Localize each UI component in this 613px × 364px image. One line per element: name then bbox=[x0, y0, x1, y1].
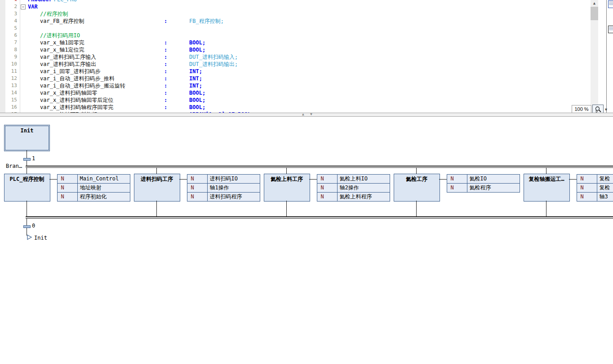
sfc-step-name: 复检轴搬运工… bbox=[520, 175, 573, 183]
line-number: 15 bbox=[0, 96, 17, 104]
sfc-action-block[interactable]: N氦检上料ION轴2操作N氦检上料程序 bbox=[317, 174, 390, 202]
connection-line bbox=[27, 201, 27, 216]
branch-double-line-top bbox=[26, 167, 613, 168]
sfc-action-row[interactable]: N轴3 bbox=[577, 192, 613, 201]
scroll-up-icon[interactable]: ▲ bbox=[591, 0, 598, 7]
sfc-action-row[interactable]: N轴1操作 bbox=[187, 183, 260, 192]
sfc-action-block[interactable]: N氦检ION氦检程序 bbox=[447, 174, 520, 193]
line-number: 13 bbox=[0, 82, 17, 89]
action-connector-line bbox=[49, 179, 57, 180]
sfc-action-qualifier: N bbox=[187, 193, 208, 201]
action-connector-line bbox=[309, 179, 317, 180]
sfc-action-qualifier: N bbox=[58, 193, 78, 201]
sfc-action-qualifier: N bbox=[58, 184, 78, 192]
sfc-action-name: 轴2操作 bbox=[338, 184, 390, 192]
sfc-action-row[interactable]: N复检 bbox=[577, 175, 613, 183]
sfc-transition[interactable] bbox=[23, 158, 31, 161]
editor-zoom-control: 100 % ▾ bbox=[572, 105, 607, 113]
sfc-action-qualifier: N bbox=[317, 193, 338, 201]
sfc-transition-name: 0 bbox=[32, 223, 35, 229]
code-line: 3//程序控制 bbox=[0, 10, 589, 18]
jump-arrow-icon bbox=[27, 234, 32, 240]
sfc-action-row[interactable]: N地址映射 bbox=[58, 183, 130, 192]
sfc-action-name: Main_Control bbox=[78, 175, 130, 183]
document-icon[interactable] bbox=[608, 26, 613, 33]
line-number: 1 bbox=[0, 0, 17, 3]
sfc-action-row[interactable]: NMain_Control bbox=[58, 175, 130, 183]
sfc-action-name: 氦检程序 bbox=[467, 184, 520, 192]
sfc-action-row[interactable]: N程序初始化 bbox=[58, 192, 130, 201]
action-connector-line bbox=[569, 179, 577, 180]
fold-collapse-icon[interactable]: − bbox=[21, 4, 26, 9]
line-number: 9 bbox=[0, 53, 17, 61]
sfc-action-row[interactable]: N轴2操作 bbox=[317, 183, 390, 192]
scrollbar-thumb[interactable] bbox=[591, 7, 598, 20]
sfc-step-name: 氦检上料工序 bbox=[261, 175, 313, 183]
connection-line bbox=[286, 167, 287, 174]
sfc-action-row[interactable]: N进料扫码IO bbox=[187, 175, 260, 183]
sfc-action-qualifier: N bbox=[447, 184, 467, 192]
sfc-step-name: 进料扫码工序 bbox=[131, 175, 183, 183]
sfc-branch-label[interactable]: Bran… bbox=[6, 163, 22, 169]
line-number: 10 bbox=[0, 61, 17, 68]
sfc-step[interactable]: PLC_程序控制 bbox=[4, 174, 50, 202]
sfc-step[interactable]: 进料扫码工序 bbox=[134, 174, 180, 202]
sfc-action-qualifier: N bbox=[58, 175, 78, 183]
sfc-action-name: 地址映射 bbox=[78, 184, 130, 192]
connection-line bbox=[156, 201, 157, 216]
sfc-action-row[interactable]: N氦检IO bbox=[447, 175, 520, 183]
editor-vertical-scrollbar[interactable]: ▲ bbox=[591, 0, 598, 113]
line-number: 12 bbox=[0, 75, 17, 82]
line-number: 3 bbox=[0, 10, 17, 18]
connection-line bbox=[156, 167, 157, 174]
sfc-initial-step[interactable]: Init bbox=[4, 125, 50, 151]
code-line: 6//进料扫码用IO bbox=[0, 32, 589, 39]
pane-splitter[interactable]: ▲ ▼ bbox=[0, 113, 613, 117]
code-line: 7var_x_轴1回零完:BOOL; bbox=[0, 39, 589, 46]
sfc-action-name: 氦检上料IO bbox=[338, 175, 390, 183]
sfc-transition[interactable] bbox=[23, 225, 31, 228]
sfc-action-block[interactable]: NMain_ControlN地址映射N程序初始化 bbox=[57, 174, 130, 202]
sfc-editor[interactable]: Init 1 Bran… PLC_程序控制NMain_ControlN地址映射N… bbox=[0, 117, 613, 364]
line-number: 8 bbox=[0, 46, 17, 53]
code-line: 8var_x_轴1定位完:BOOL; bbox=[0, 46, 589, 53]
sfc-action-name: 进料扫码IO bbox=[208, 175, 260, 183]
connection-line bbox=[416, 201, 417, 216]
sfc-action-block[interactable]: N复检N复检N轴3 bbox=[577, 174, 613, 202]
line-number: 14 bbox=[0, 89, 17, 96]
sfc-step-name: PLC_程序控制 bbox=[1, 175, 53, 183]
line-number: 6 bbox=[0, 32, 17, 39]
sfc-step[interactable]: 氦检上料工序 bbox=[264, 174, 310, 202]
sfc-step[interactable]: 氦检工序 bbox=[394, 174, 440, 202]
action-connector-line bbox=[439, 179, 447, 180]
code-line: 4var_FB_程序控制:FB_程序控制; bbox=[0, 18, 589, 25]
sfc-action-qualifier: N bbox=[577, 193, 597, 201]
sfc-action-qualifier: N bbox=[187, 175, 208, 183]
sfc-action-row[interactable]: N氦检上料IO bbox=[317, 175, 390, 183]
sfc-action-row[interactable]: N进料扫码程序 bbox=[187, 192, 260, 201]
sfc-action-name: 程序初始化 bbox=[78, 193, 130, 201]
splitter-up-icon[interactable]: ▲ bbox=[302, 112, 304, 116]
sfc-action-name: 氦检IO bbox=[467, 175, 520, 183]
sfc-action-name: 复检 bbox=[597, 184, 613, 192]
splitter-down-icon[interactable]: ▼ bbox=[310, 112, 312, 116]
sfc-action-row[interactable]: N氦检程序 bbox=[447, 183, 520, 192]
chevron-down-icon[interactable]: ▾ bbox=[605, 107, 607, 112]
zoom-level-value[interactable]: 100 % bbox=[572, 105, 591, 113]
sfc-action-row[interactable]: N氦检上料程序 bbox=[317, 192, 390, 201]
magnifier-icon[interactable] bbox=[592, 105, 604, 113]
line-number: 7 bbox=[0, 39, 17, 46]
document-icon[interactable] bbox=[608, 0, 613, 8]
sfc-action-qualifier: N bbox=[577, 175, 597, 183]
sfc-action-name: 氦检上料程序 bbox=[338, 193, 390, 201]
sfc-action-row[interactable]: N复检 bbox=[577, 183, 613, 192]
sfc-jump[interactable] bbox=[27, 234, 32, 241]
sfc-step[interactable]: 复检轴搬运工… bbox=[524, 174, 570, 202]
declaration-editor[interactable]: 1PROGRAM PLC_PRG2−VAR3//程序控制4var_FB_程序控制… bbox=[0, 0, 613, 113]
connection-line bbox=[27, 167, 27, 174]
line-number: 4 bbox=[0, 18, 17, 25]
line-number: 2 bbox=[0, 3, 17, 10]
branch-double-line-top bbox=[26, 166, 613, 167]
sfc-action-block[interactable]: N进料扫码ION轴1操作N进料扫码程序 bbox=[187, 174, 260, 202]
line-number: 5 bbox=[0, 25, 17, 32]
